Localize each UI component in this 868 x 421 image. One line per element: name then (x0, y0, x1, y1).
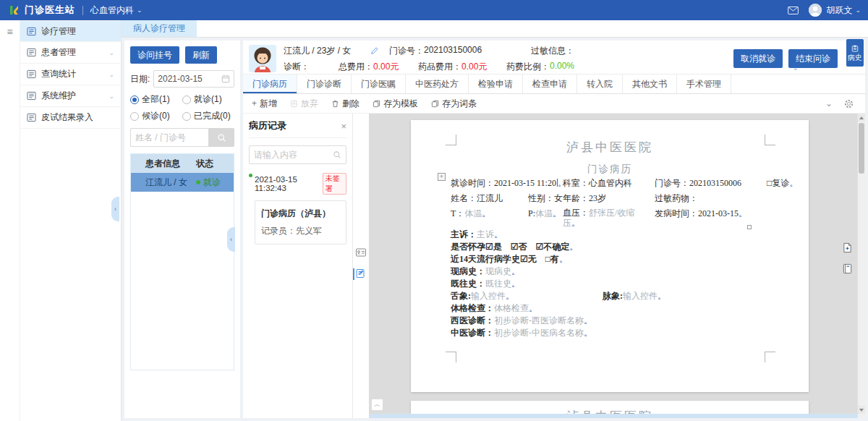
field-visit-time[interactable]: 就诊时间：2021-03-15 11:20。 (451, 177, 566, 190)
date-input[interactable] (158, 74, 213, 84)
medical-history-button[interactable]: 病史 (846, 39, 864, 67)
tab-other-documents[interactable]: 其他文书 (623, 75, 677, 93)
field-allergy-drug[interactable]: 过敏药物： (655, 192, 698, 205)
add-record-button[interactable]: + 新增 (252, 98, 277, 110)
book-icon[interactable] (842, 263, 853, 274)
toolbar-collapse-chevron[interactable]: ⌄ (825, 98, 833, 109)
field-dept[interactable]: 科室：心血管内科 (563, 177, 632, 190)
present-illness-field[interactable]: 现病史 (485, 266, 511, 276)
note-edit-icon[interactable] (356, 268, 366, 278)
cancel-visit-button[interactable]: 取消就诊 (733, 49, 783, 68)
line-pregnancy: 是否怀孕☑是 ☑否 ☑不确定。 (451, 241, 794, 253)
unsigned-badge: 未签署 (323, 173, 346, 195)
vertical-scrollbar[interactable] (857, 114, 865, 418)
sidebar-item-query-stats[interactable]: 查询统计 ⌄ (20, 64, 121, 85)
table-handle-icon[interactable]: + (438, 173, 446, 181)
tab-outpatient-diagnosis[interactable]: 门诊诊断 (297, 75, 352, 93)
status-dot-icon (249, 174, 252, 177)
field-revisit-checkbox[interactable]: □复诊。 (767, 177, 798, 190)
field-visit-no[interactable]: 门诊号：202103150006 (655, 177, 741, 190)
save-template-label: 存为模板 (383, 98, 418, 110)
clipboard-icon (851, 45, 859, 52)
filter-label: 就诊(1) (194, 93, 222, 106)
field-onset-time[interactable]: 发病时间：2021-03-15。 (655, 208, 747, 220)
new-page-icon[interactable] (842, 242, 853, 253)
tab-patient-treatment-mgmt[interactable]: 病人诊疗管理 (122, 20, 197, 37)
field-gender[interactable]: 性别：女 (528, 192, 563, 205)
allergy-label: 过敏信息： (531, 45, 574, 57)
collapse-patient-info-chevron[interactable]: ⌄ (793, 64, 799, 72)
scrollbar-down-arrow[interactable] (858, 406, 865, 414)
mail-icon[interactable] (788, 7, 799, 14)
filter-finished-radio[interactable]: 已完成(0) (182, 110, 234, 122)
tab-surgery-mgmt[interactable]: 手术管理 (677, 75, 731, 93)
sidebar-item-skin-test-entry[interactable]: 皮试结果录入 (20, 107, 121, 129)
document-page-1[interactable]: 泸县中医医院 门诊病历 + 就诊时间：2021-03-15 11:20。 科室：… (411, 120, 809, 392)
pulse-field[interactable]: 输入控件 (623, 291, 658, 301)
field-blood-pressure[interactable]: 血压：舒张压/收缩压。 (563, 208, 648, 228)
tab-outpatient-orders[interactable]: 门诊医嘱 (352, 75, 406, 93)
abandon-record-button[interactable]: 放弃 (290, 98, 318, 110)
field-name[interactable]: 姓名：江流儿 (451, 192, 503, 205)
record-entry[interactable]: 2021-03-15 11:32:43 未签署 (249, 173, 346, 195)
hamburger-icon[interactable]: ≡ (7, 26, 12, 38)
abandon-label: 放弃 (301, 98, 318, 110)
field-age[interactable]: 年龄：23岁 (563, 192, 606, 205)
filter-waiting-radio[interactable]: 候诊(0) (130, 110, 182, 122)
sidebar-item-patient-mgmt[interactable]: 患者管理 ⌄ (20, 42, 121, 64)
record-panel-title: 病历记录 (249, 119, 286, 132)
sidebar-item-treatment-mgmt[interactable]: 诊疗管理 (20, 20, 121, 42)
tcm-diagnosis-field[interactable]: 初步诊断-中医病名名称 (494, 328, 584, 338)
patient-search-button[interactable] (208, 128, 234, 147)
total-fee-label: 总费用： (339, 61, 373, 73)
gear-icon[interactable] (844, 99, 854, 109)
horizontal-scrollbar[interactable] (369, 414, 857, 418)
pregnancy-checkboxes[interactable]: 是否怀孕☑是 ☑否 ☑不确定 (451, 242, 569, 252)
record-entry-time: 2021-03-15 11:32:43 (255, 175, 320, 192)
list-icon (27, 113, 36, 122)
tab-lab-request[interactable]: 检验申请 (469, 75, 523, 93)
date-picker[interactable] (153, 70, 234, 88)
id-card-icon[interactable] (356, 248, 366, 257)
field-pulse[interactable]: P:体温。 (528, 208, 561, 220)
filter-visiting-radio[interactable]: 就诊(1) (182, 93, 234, 106)
tongue-field[interactable]: 输入控件 (471, 291, 506, 301)
user-menu[interactable]: 胡跃文 ⌄ (826, 4, 861, 17)
scroll-to-top-button[interactable]: ︿ (371, 399, 383, 411)
tab-tcm-prescription[interactable]: 中医药处方 (406, 75, 469, 93)
save-as-entry-button[interactable]: 存为词条 (431, 98, 477, 110)
tab-outpatient-record[interactable]: 门诊病历 (243, 75, 297, 93)
physical-exam-field[interactable]: 体格检查 (494, 303, 529, 313)
filter-all-radio[interactable]: 全部(1) (130, 93, 182, 106)
record-card[interactable]: 门诊病历（泸县） 记录员：先义军 (255, 200, 346, 244)
sidebar-item-system-maintenance[interactable]: 系统维护 ⌄ (20, 85, 121, 107)
patient-panel-collapse-handle[interactable]: ‹ (227, 227, 235, 252)
delete-record-button[interactable]: 删除 (331, 98, 359, 110)
epidemic-checkboxes[interactable]: 近14天流行病学史☑无 □有 (451, 254, 559, 264)
save-as-template-button[interactable]: 存为模板 (373, 98, 418, 110)
record-search-box[interactable]: 请输入内容 (249, 145, 346, 164)
tab-admission[interactable]: 转入院 (577, 75, 623, 93)
scrollbar-up-arrow[interactable] (858, 114, 865, 122)
scrollbar-thumb[interactable] (859, 123, 864, 174)
edit-patient-icon[interactable] (370, 46, 379, 55)
patient-search-input[interactable] (130, 128, 208, 147)
field-temperature[interactable]: T：体温。 (451, 208, 490, 220)
document-tabs: 门诊病历 门诊诊断 门诊医嘱 中医药处方 检验申请 检查申请 转入院 其他文书 … (243, 74, 865, 94)
close-icon[interactable]: × (341, 121, 346, 132)
line-past-history: 既往史：既往史。 (451, 278, 794, 290)
department-selector[interactable]: 心血管内科 ⌄ (90, 4, 142, 17)
chief-complaint-field[interactable]: 主诉 (477, 229, 494, 239)
list-icon (27, 27, 36, 36)
western-diagnosis-field[interactable]: 初步诊断-西医诊断名称 (494, 315, 584, 326)
user-avatar[interactable] (809, 4, 822, 17)
drug-ratio-group: 药费比例：0.00% (506, 61, 574, 73)
tab-exam-request[interactable]: 检查申请 (523, 75, 577, 93)
page-corner-mark (446, 352, 456, 362)
refresh-button[interactable]: 刷新 (185, 46, 217, 64)
clinic-register-button[interactable]: 诊间挂号 (130, 46, 179, 64)
column-status: 状态 (196, 158, 234, 170)
past-history-field[interactable]: 既往史 (485, 278, 511, 289)
sidebar-collapse-handle[interactable]: ‹ (111, 197, 119, 221)
patient-table-row[interactable]: 江流儿 / 女 就诊 (131, 173, 234, 192)
